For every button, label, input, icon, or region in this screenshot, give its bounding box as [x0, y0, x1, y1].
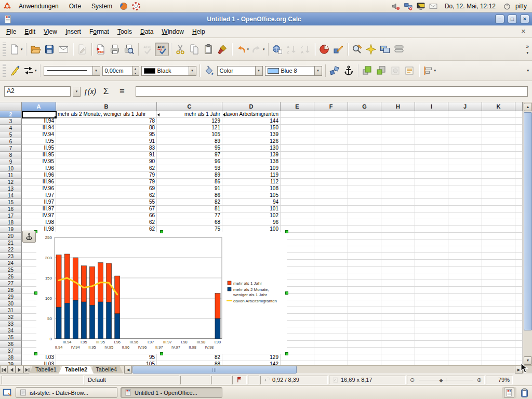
- cell-I4[interactable]: [415, 125, 448, 131]
- cell-G12[interactable]: [348, 179, 381, 185]
- cell-E9[interactable]: [281, 158, 314, 165]
- scroll-thumb-grip[interactable]: [212, 368, 217, 372]
- cell-G8[interactable]: [348, 152, 381, 158]
- cell-B16[interactable]: 67: [56, 206, 157, 212]
- cell-E39[interactable]: [281, 361, 314, 365]
- cell-H22[interactable]: [381, 246, 415, 253]
- cell-K2[interactable]: [482, 111, 515, 118]
- cell-K30[interactable]: [482, 300, 515, 307]
- row-header-19[interactable]: 19: [0, 226, 22, 233]
- cell-G28[interactable]: [348, 287, 381, 294]
- cell-F21[interactable]: [314, 240, 348, 246]
- cell-F30[interactable]: [314, 300, 348, 307]
- cell-B3[interactable]: 78: [56, 118, 157, 125]
- cell-G14[interactable]: [348, 192, 381, 199]
- cell-H9[interactable]: [381, 158, 415, 165]
- object-alignment-icon[interactable]: ▾: [421, 64, 437, 77]
- cell-H21[interactable]: [381, 240, 415, 246]
- cell-B17[interactable]: 66: [56, 212, 157, 219]
- email-icon[interactable]: [57, 43, 71, 56]
- draw-functions-icon[interactable]: [331, 43, 345, 56]
- zoom-out-icon[interactable]: ⊖: [410, 377, 415, 383]
- cell-J27[interactable]: [448, 280, 482, 287]
- cell-G7[interactable]: [348, 145, 381, 152]
- format-paintbrush-icon[interactable]: [216, 43, 230, 56]
- cell-F8[interactable]: [314, 152, 348, 158]
- cell-J11[interactable]: [448, 172, 482, 179]
- cell-E4[interactable]: [281, 125, 314, 131]
- cell-J37[interactable]: [448, 348, 482, 354]
- cell-H5[interactable]: [381, 131, 415, 138]
- cell-J2[interactable]: [448, 111, 482, 118]
- cell-A13[interactable]: IV.96: [22, 185, 56, 192]
- panel-menu-anwendungen[interactable]: Anwendungen: [15, 2, 63, 11]
- cell-G10[interactable]: [348, 165, 381, 172]
- horizontal-scrollbar[interactable]: ◀▶: [124, 366, 532, 374]
- selection-handle-4[interactable]: [285, 291, 288, 295]
- cell-J3[interactable]: [448, 118, 482, 125]
- row-header-2[interactable]: 2: [0, 111, 22, 118]
- cell-I5[interactable]: [415, 131, 448, 138]
- copy-icon[interactable]: [188, 43, 202, 56]
- cell-F18[interactable]: [314, 219, 348, 226]
- row-header-17[interactable]: 17: [0, 212, 22, 219]
- cell-D12[interactable]: 112: [222, 179, 281, 185]
- cell-A9[interactable]: IV.95: [22, 158, 56, 165]
- row-header-24[interactable]: 24: [0, 260, 22, 267]
- row-header-16[interactable]: 16: [0, 206, 22, 212]
- cell-H28[interactable]: [381, 287, 415, 294]
- line-style-dropdown-icon[interactable]: ▼: [93, 66, 100, 76]
- cell-H36[interactable]: [381, 341, 415, 348]
- row-header-37[interactable]: 37: [0, 348, 22, 354]
- line-width-control[interactable]: 0,00cm▲▼: [102, 66, 139, 76]
- row-header-6[interactable]: 6: [0, 138, 22, 145]
- cell-I28[interactable]: [415, 287, 448, 294]
- cell-F10[interactable]: [314, 165, 348, 172]
- column-header-B[interactable]: B: [56, 102, 157, 111]
- cell-J25[interactable]: [448, 267, 482, 273]
- cell-K17[interactable]: [482, 212, 515, 219]
- send-to-back-icon[interactable]: [375, 64, 389, 77]
- cell-K7[interactable]: [482, 145, 515, 152]
- cell-K25[interactable]: [482, 267, 515, 273]
- fill-type-control[interactable]: Color▼: [217, 66, 263, 76]
- cell-J10[interactable]: [448, 165, 482, 172]
- selection-handle-6[interactable]: [160, 352, 163, 355]
- new-document-icon[interactable]: ▾: [8, 43, 24, 56]
- cell-G22[interactable]: [348, 246, 381, 253]
- cell-J29[interactable]: [448, 294, 482, 300]
- paste-icon[interactable]: [202, 43, 216, 56]
- row-header-28[interactable]: 28: [0, 287, 22, 294]
- cell-H23[interactable]: [381, 253, 415, 260]
- cell-H37[interactable]: [381, 348, 415, 354]
- cell-C12[interactable]: 86: [157, 179, 222, 185]
- cell-K5[interactable]: [482, 131, 515, 138]
- cell-C2[interactable]: mehr als 1 Jahr: [157, 111, 222, 118]
- embedded-chart-object[interactable]: 050100150200250II.94III.94IV.94I.95II.95…: [36, 232, 287, 354]
- hyperlink-icon[interactable]: [271, 43, 285, 56]
- cell-J30[interactable]: [448, 300, 482, 307]
- rotate-icon[interactable]: [328, 64, 342, 77]
- cell-H39[interactable]: [381, 361, 415, 365]
- cell-F36[interactable]: [314, 341, 348, 348]
- cell-K35[interactable]: [482, 334, 515, 341]
- cell-G32[interactable]: [348, 314, 381, 321]
- cell-I38[interactable]: [415, 354, 448, 361]
- cell-I24[interactable]: [415, 260, 448, 267]
- close-button[interactable]: ✕: [520, 15, 529, 23]
- sheet-tab-tabelle1[interactable]: Tabelle1: [29, 366, 63, 374]
- selection-handle-1[interactable]: [160, 230, 163, 233]
- cell-B8[interactable]: 91: [56, 152, 157, 158]
- selection-handle-3[interactable]: [34, 291, 37, 295]
- menu-window[interactable]: Window: [157, 26, 188, 37]
- cell-F2[interactable]: [314, 111, 348, 118]
- column-header-F[interactable]: F: [314, 102, 348, 111]
- cell-K12[interactable]: [482, 179, 515, 185]
- cell-I17[interactable]: [415, 212, 448, 219]
- cell-B10[interactable]: 62: [56, 165, 157, 172]
- column-header-A[interactable]: A: [22, 102, 56, 111]
- cell-H32[interactable]: [381, 314, 415, 321]
- cell-K11[interactable]: [482, 172, 515, 179]
- cell-F9[interactable]: [314, 158, 348, 165]
- cell-A39[interactable]: II.03: [22, 361, 56, 365]
